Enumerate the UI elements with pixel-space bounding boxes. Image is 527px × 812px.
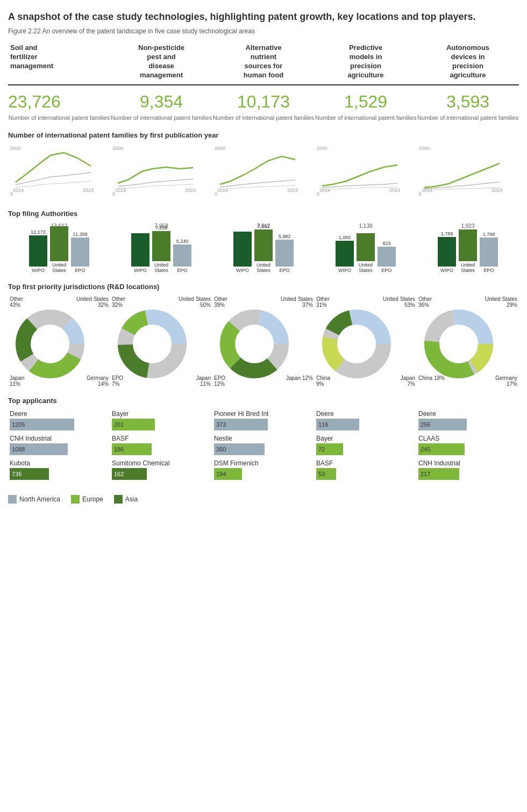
svg-point-39 [339, 326, 374, 362]
svg-text:2014: 2014 [217, 188, 228, 193]
subtitle: Figure 2.22 An overview of the patent la… [8, 27, 519, 35]
jurisdictions-title: Top first priority jurisdictions (R&D lo… [8, 283, 519, 291]
svg-text:2023: 2023 [389, 188, 400, 193]
line-chart-4: 2000 0 2014 2023 [417, 145, 519, 200]
numbers-row: 23,726 Number of international patent fa… [8, 92, 519, 121]
applicant-item: Deere 256 [418, 410, 517, 430]
applicants-title: Top applicants [8, 397, 519, 405]
number-label-3: Number of international patent families [315, 114, 417, 121]
line-charts-row: 2000 0 2014 2023 2000 0 2014 2023 [8, 145, 519, 200]
number-label-1: Number of international patent families [110, 114, 212, 121]
filing-cell-2: 7,812 WIPO 7,161 UnitedStates 5,982 EPO [212, 223, 315, 273]
svg-text:2023: 2023 [492, 188, 502, 193]
number-cell-2: 10,173 Number of international patent fa… [212, 92, 315, 121]
number-label-0: Number of international patent families [8, 114, 110, 121]
col-header-3: Predictivemodels inprecisionagriculture [315, 44, 417, 80]
donut-cell-3: Other31% United States53% China9% Japan7… [315, 296, 417, 387]
svg-text:2000: 2000 [215, 146, 225, 151]
applicants-row: Deere 1205 CNH Industrial 1088 Kubota [8, 410, 519, 484]
legend-item-north-america: North America [8, 495, 60, 504]
donut-cell-4: Other36% United States29% China 18% Germ… [417, 296, 519, 387]
line-chart-2: 2000 0 2014 2023 [212, 145, 315, 200]
applicant-item: DSM Firmenich 194 [214, 459, 313, 480]
line-chart-0: 2000 0 2014 2023 [8, 145, 110, 200]
svg-text:2023: 2023 [185, 188, 196, 193]
filing-row: 13,612 12,172 WIPO UnitedStates 11,358 E… [8, 223, 519, 273]
applicants-cell-4: Deere 256 CLAAS 245 CNH Industrial [417, 410, 519, 484]
donut-cell-1: Other32% United States50% EPO7% Japan11% [110, 296, 212, 387]
filing-cell-3: 1,138 1,055 WIPO UnitedStates 823 EPO [315, 223, 417, 273]
svg-point-24 [32, 326, 68, 362]
col-header-2: Alternativenutrientsources forhuman food [212, 44, 315, 80]
svg-text:2023: 2023 [83, 188, 94, 193]
applicant-item: BASF 53 [316, 459, 415, 480]
applicant-item: Nestle 350 [214, 435, 313, 455]
applicant-item: Pioneer Hi Bred Int 373 [214, 410, 313, 430]
applicants-cell-3: Deere 116 Bayer 72 BASF [315, 410, 417, 484]
applicant-item: Deere 116 [316, 410, 415, 430]
legend-item-europe: Europe [71, 495, 103, 504]
applicant-item: BASF 186 [112, 435, 211, 455]
big-number-4: 3,593 [417, 92, 519, 112]
number-label-2: Number of international patent families [212, 114, 315, 121]
filing-cell-1: 7,959 WIPO 7,258 UnitedStates 5,240 EPO [110, 223, 212, 273]
svg-text:2000: 2000 [317, 146, 327, 151]
donut-cell-0: Other43% United States32% Japan11% Germa… [8, 296, 110, 387]
legend-color-europe [71, 495, 80, 504]
applicants-cell-0: Deere 1205 CNH Industrial 1088 Kubota [8, 410, 110, 484]
applicants-cell-2: Pioneer Hi Bred Int 373 Nestle 350 DSM F… [212, 410, 315, 484]
svg-text:2000: 2000 [10, 146, 21, 151]
col-header-0: Soil andfertilizermanagement [8, 44, 110, 80]
applicant-item: CLAAS 245 [418, 435, 517, 455]
svg-text:2014: 2014 [319, 188, 330, 193]
line-chart-3: 2000 0 2014 2023 [315, 145, 417, 200]
line-chart-1: 2000 0 2014 2023 [110, 145, 212, 200]
number-cell-4: 3,593 Number of international patent fam… [417, 92, 519, 121]
legend-label-asia: Asia [125, 495, 138, 503]
applicant-item: CNH Industrial 217 [418, 459, 517, 480]
applicant-item: Sumitomo Chemical 162 [112, 459, 211, 480]
big-number-2: 10,173 [212, 92, 315, 112]
donut-row: Other43% United States32% Japan11% Germa… [8, 296, 519, 387]
svg-point-29 [134, 326, 170, 362]
applicants-cell-1: Bayer 201 BASF 186 Sumitomo Chemical [110, 410, 212, 484]
col-header-4: Autonomousdevices inprecisionagriculture [417, 44, 519, 80]
filing-cell-0: 13,612 12,172 WIPO UnitedStates 11,358 E… [8, 223, 110, 273]
applicant-item: Bayer 201 [112, 410, 211, 430]
col-header-1: Non‑pesticidepest anddiseasemanagement [110, 44, 212, 80]
number-cell-1: 9,354 Number of international patent fam… [110, 92, 212, 121]
svg-text:2000: 2000 [112, 146, 123, 151]
line-charts-title: Number of international patent families … [8, 131, 519, 139]
svg-text:2000: 2000 [419, 146, 430, 151]
legend-item-asia: Asia [114, 495, 138, 504]
number-cell-0: 23,726 Number of international patent fa… [8, 92, 110, 121]
svg-point-34 [237, 326, 272, 362]
legend: North America Europe Asia [8, 495, 519, 504]
big-number-3: 1,529 [315, 92, 417, 112]
column-headers: Soil andfertilizermanagement Non‑pestici… [8, 44, 519, 85]
applicant-item: Deere 1205 [10, 410, 109, 430]
applicant-item: Bayer 72 [316, 435, 415, 455]
legend-color-asia [114, 495, 123, 504]
filing-cell-4: 1,923 1,789 WIPO UnitedStates 1,768 EPO [417, 223, 519, 273]
number-cell-3: 1,529 Number of international patent fam… [315, 92, 417, 121]
legend-label-europe: Europe [82, 495, 103, 503]
svg-text:2023: 2023 [287, 188, 298, 193]
big-number-0: 23,726 [8, 92, 110, 112]
applicant-item: CNH Industrial 1088 [10, 435, 109, 455]
filing-auth-title: Top filing Authorities [8, 210, 519, 218]
donut-cell-2: Other39% United States37% EPO12% Japan 1… [212, 296, 315, 387]
svg-text:2014: 2014 [13, 188, 24, 193]
number-label-4: Number of international patent families [417, 114, 519, 121]
legend-label-north-america: North America [19, 495, 60, 503]
big-number-1: 9,354 [110, 92, 212, 112]
legend-color-north-america [8, 495, 17, 504]
applicant-item: Kubota 736 [10, 459, 109, 480]
svg-point-44 [441, 326, 476, 362]
page-title: A snapshot of the case study technologie… [8, 11, 519, 23]
